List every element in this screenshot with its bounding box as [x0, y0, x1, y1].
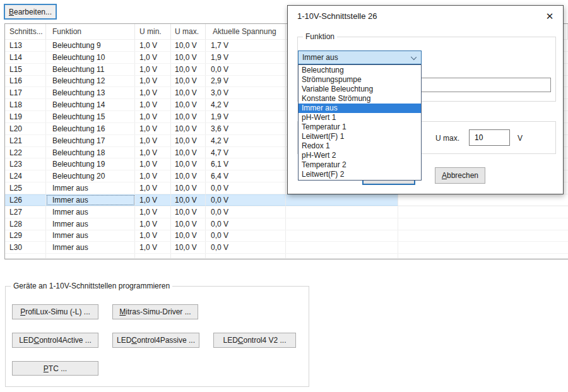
- cell-empty: [398, 194, 568, 206]
- umax-label: U max.: [435, 134, 459, 143]
- cell-umin: 1,0 V: [135, 147, 171, 158]
- table-row[interactable]: L30 Immer aus 1,0 V 10,0 V 0,0 V: [5, 242, 568, 254]
- cell-umin: 1,0 V: [135, 206, 171, 218]
- cell-empty: [398, 242, 568, 253]
- cell-funktion: Immer aus: [46, 230, 135, 242]
- dropdown-item[interactable]: Temperatur 2: [299, 160, 421, 170]
- column-header-umax[interactable]: U max.: [171, 24, 206, 40]
- cell-umax: 10,0 V: [171, 182, 206, 194]
- cell-umin: 1,0 V: [135, 111, 171, 122]
- cell-schnittstelle: L21: [5, 135, 46, 146]
- chevron-down-icon: [411, 54, 417, 60]
- cell-schnittstelle: L20: [5, 123, 46, 134]
- cell-schnittstelle: L23: [5, 158, 46, 170]
- edit-button[interactable]: Bearbeiten...: [4, 4, 57, 20]
- dropdown-item[interactable]: pH-Wert 1: [299, 113, 421, 122]
- cell-spannung: 4,7 V: [206, 147, 286, 158]
- cell-umin: 1,0 V: [135, 135, 171, 146]
- cell-umax: 10,0 V: [171, 40, 206, 51]
- dropdown-item[interactable]: Leitwert(F) 2: [299, 170, 421, 179]
- cell-schnittstelle: L28: [5, 218, 46, 230]
- edit-button-label: Bearbeiten...: [9, 8, 52, 16]
- programming-group-label: Geräte an 1-10V-Schnittstellen programmi…: [11, 282, 172, 290]
- dialog-title: 1-10V-Schnittstelle 26: [297, 11, 377, 21]
- cell-empty: [286, 218, 398, 230]
- dropdown-item[interactable]: Variable Beleuchtung: [299, 85, 421, 94]
- cell-umax: 10,0 V: [171, 76, 206, 87]
- cell-spannung: 0,0 V: [206, 242, 286, 253]
- table-row[interactable]: L29 Immer aus 1,0 V 10,0 V 0,0 V: [5, 230, 568, 242]
- cell-umin: 1,0 V: [135, 64, 171, 75]
- cell-spannung: 3,6 V: [206, 123, 286, 134]
- table-filler-row: [5, 254, 568, 259]
- cell-empty: [286, 206, 398, 218]
- cell-umax: 10,0 V: [171, 123, 206, 134]
- mitras-simu-driver-button[interactable]: Mitras-Simu-Driver ...: [112, 304, 198, 319]
- cell-umin: 1,0 V: [135, 218, 171, 230]
- column-header-spannung[interactable]: Aktuelle Spannung: [206, 24, 286, 40]
- cell-umin: 1,0 V: [135, 170, 171, 182]
- cell-funktion: Beleuchtung 16: [46, 123, 135, 134]
- interface-dialog: 1-10V-Schnittstelle 26 ✕ Funktion U max.…: [287, 5, 564, 194]
- cell-spannung: 0,0 V: [206, 218, 286, 230]
- ptc-button[interactable]: PTC ...: [12, 361, 98, 376]
- cell-schnittstelle: L30: [5, 242, 46, 253]
- cell-spannung: 4,2 V: [206, 99, 286, 110]
- programming-groupbox: Geräte an 1-10V-Schnittstellen programmi…: [5, 286, 309, 387]
- dropdown-item[interactable]: Strömungspumpe: [299, 75, 421, 85]
- cell-spannung: 1,9 V: [206, 111, 286, 122]
- dropdown-item[interactable]: Redox 1: [299, 141, 421, 151]
- cell-spannung: 4,2 V: [206, 135, 286, 146]
- column-header-umin[interactable]: U min.: [135, 24, 171, 40]
- cell-funktion: Beleuchtung 15: [46, 111, 135, 122]
- cell-umax: 10,0 V: [171, 87, 206, 98]
- cell-spannung: 0,0 V: [206, 206, 286, 218]
- table-row[interactable]: L28 Immer aus 1,0 V 10,0 V 0,0 V: [5, 218, 568, 230]
- cell-umin: 1,0 V: [135, 76, 171, 87]
- cell-empty: [398, 218, 568, 230]
- ledcontrol4passive-button[interactable]: LEDControl4Passive ...: [112, 333, 199, 348]
- column-header-funktion[interactable]: Funktion: [46, 24, 135, 40]
- cell-spannung: 1,9 V: [206, 52, 286, 63]
- cell-umin: 1,0 V: [135, 40, 171, 51]
- profilux-simu-button[interactable]: ProfiLux-Simu (-L) ...: [12, 304, 98, 319]
- dropdown-item[interactable]: Beleuchtung: [299, 66, 421, 75]
- cell-funktion: Beleuchtung 9: [46, 40, 135, 51]
- table-row[interactable]: L27 Immer aus 1,0 V 10,0 V 0,0 V: [5, 206, 568, 218]
- cell-umax: 10,0 V: [171, 147, 206, 158]
- cell-funktion: Beleuchtung 20: [46, 170, 135, 182]
- cell-umin: 1,0 V: [135, 182, 171, 194]
- dropdown-item[interactable]: pH-Wert 2: [299, 151, 421, 160]
- cell-spannung: 1,7 V: [206, 40, 286, 51]
- ledcontrol4active-button[interactable]: LEDControl4Active ...: [12, 333, 98, 348]
- close-icon[interactable]: ✕: [540, 8, 559, 25]
- cell-schnittstelle: L25: [5, 182, 46, 194]
- dropdown-item[interactable]: Temperatur 1: [299, 122, 421, 132]
- cell-funktion: Immer aus: [46, 194, 135, 206]
- cell-umax: 10,0 V: [171, 99, 206, 110]
- cell-schnittstelle: L16: [5, 76, 46, 87]
- cell-spannung: 6,1 V: [206, 158, 286, 170]
- cell-umin: 1,0 V: [135, 123, 171, 134]
- cell-umin: 1,0 V: [135, 230, 171, 242]
- cell-funktion: Beleuchtung 14: [46, 99, 135, 110]
- cell-umin: 1,0 V: [135, 52, 171, 63]
- dropdown-item[interactable]: Immer aus: [299, 104, 421, 113]
- umax-input[interactable]: [469, 129, 510, 146]
- dropdown-item[interactable]: Leitwert(F) 1: [299, 132, 421, 141]
- table-row[interactable]: L26 Immer aus 1,0 V 10,0 V 0,0 V: [5, 194, 568, 206]
- cell-umin: 1,0 V: [135, 194, 171, 206]
- funktion-combobox[interactable]: Immer aus: [298, 50, 422, 64]
- cell-umax: 10,0 V: [171, 242, 206, 253]
- ledcontrol4-v2-button[interactable]: LEDControl4 V2 ...: [213, 333, 296, 348]
- cell-umax: 10,0 V: [171, 170, 206, 182]
- dropdown-item[interactable]: Konstante Strömung: [299, 94, 421, 104]
- umax-unit-label: V: [518, 134, 523, 143]
- cell-umin: 1,0 V: [135, 158, 171, 170]
- cell-spannung: 0,0 V: [206, 64, 286, 75]
- cell-umax: 10,0 V: [171, 206, 206, 218]
- column-header-schnittstelle[interactable]: Schnitts...: [5, 24, 46, 40]
- cell-umax: 10,0 V: [171, 135, 206, 146]
- funktion-group-label: Funktion: [303, 32, 337, 41]
- cancel-button[interactable]: Abbrechen: [435, 167, 485, 184]
